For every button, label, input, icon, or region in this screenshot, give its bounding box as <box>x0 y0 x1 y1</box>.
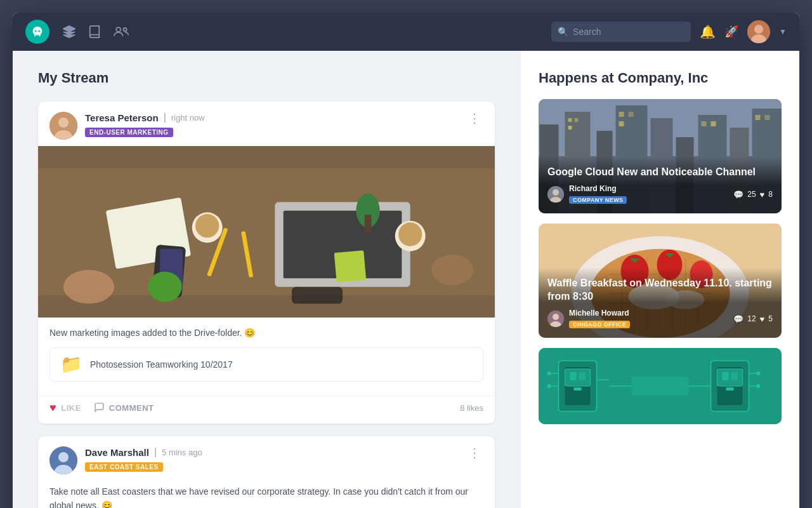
post-more-button-2[interactable]: ⋮ <box>466 446 483 459</box>
comment-button[interactable]: COMMENT <box>94 402 154 415</box>
svg-rect-52 <box>629 112 634 117</box>
feed-section: My Stream Teresa Peterson | <box>13 51 520 508</box>
post-author-avatar-2 <box>49 446 77 474</box>
logo-button[interactable] <box>25 20 49 44</box>
news-like-count-2: 5 <box>768 314 773 323</box>
comment-stat-icon: 💬 <box>733 190 743 199</box>
right-panel: Happens at Company, Inc <box>520 51 799 508</box>
news-headline-2: Waffle Breakfast on Wednesday 11.10. sta… <box>547 276 773 304</box>
svg-point-12 <box>58 117 69 128</box>
post-image <box>38 146 495 318</box>
news-overlay-2: Waffle Breakfast on Wednesday 11.10. sta… <box>539 267 782 338</box>
news-image-green <box>539 348 782 424</box>
svg-rect-54 <box>702 121 707 126</box>
post-timestamp: right now <box>171 113 205 123</box>
svg-point-59 <box>553 189 559 196</box>
svg-point-27 <box>63 270 114 304</box>
svg-rect-99 <box>726 387 734 391</box>
user-avatar-nav[interactable] <box>747 20 770 43</box>
heart-stat-icon-2: ♥ <box>760 314 765 324</box>
svg-point-1 <box>38 30 40 32</box>
svg-rect-31 <box>334 250 367 283</box>
news-author-row-1: Richard King COMPANY NEWS 💬 25 ♥ 8 <box>547 184 773 204</box>
post-folder[interactable]: 📁 Photosession Teamworking 10/2017 <box>49 347 483 382</box>
folder-icon: 📁 <box>60 356 82 373</box>
heart-icon: ♥ <box>49 401 56 415</box>
svg-rect-57 <box>765 115 770 120</box>
svg-rect-53 <box>619 121 624 126</box>
comment-label: COMMENT <box>109 403 154 413</box>
nav-right: 🔍 🔔 🚀 ▼ <box>551 20 787 43</box>
heart-stat-icon: ♥ <box>760 190 765 199</box>
post-timestamp-2: 5 mins ago <box>162 448 202 457</box>
post-more-button[interactable]: ⋮ <box>466 112 483 124</box>
svg-rect-98 <box>717 369 743 386</box>
people-icon[interactable] <box>113 25 129 39</box>
svg-point-35 <box>58 452 69 462</box>
svg-rect-87 <box>574 387 582 391</box>
news-stats-1: 💬 25 ♥ 8 <box>733 190 773 199</box>
svg-point-92 <box>547 384 551 388</box>
svg-rect-48 <box>568 118 572 122</box>
svg-point-7 <box>123 28 126 31</box>
news-comment-count-1: 25 <box>747 190 756 199</box>
news-author-info-2: Michelle Howard CHIGAGO OFFICE <box>569 309 728 329</box>
svg-rect-50 <box>568 126 572 130</box>
post-meta-2: Dave Marshall | 5 mins ago EAST COAST SA… <box>85 446 458 472</box>
comment-stat-icon-2: 💬 <box>733 314 743 324</box>
svg-rect-86 <box>565 369 591 386</box>
svg-rect-56 <box>756 115 761 120</box>
news-author-tag-1: COMPANY NEWS <box>569 196 627 204</box>
svg-point-20 <box>195 214 219 237</box>
news-author-info-1: Richard King COMPANY NEWS <box>569 184 728 204</box>
news-card-3[interactable] <box>539 348 782 424</box>
news-like-count-1: 8 <box>768 190 773 199</box>
svg-rect-93 <box>632 377 689 396</box>
post-author-name: Teresa Peterson <box>85 112 159 123</box>
news-author-avatar-2 <box>547 311 564 327</box>
like-label: LIKE <box>61 403 81 413</box>
news-author-name-2: Michelle Howard <box>569 309 728 318</box>
svg-rect-105 <box>579 372 586 380</box>
post-header: Teresa Peterson | right now END-USER MAR… <box>38 102 495 146</box>
main-content: My Stream Teresa Peterson | <box>13 51 799 508</box>
search-wrap: 🔍 <box>551 22 691 42</box>
svg-point-28 <box>431 255 474 285</box>
post-author-row: Teresa Peterson | right now <box>85 112 458 123</box>
svg-point-29 <box>148 272 181 302</box>
rocket-icon[interactable]: 🚀 <box>724 25 738 39</box>
news-comment-count-2: 12 <box>747 314 756 323</box>
like-button[interactable]: ♥ LIKE <box>49 401 81 415</box>
news-stats-2: 💬 12 ♥ 5 <box>733 314 773 324</box>
nav-chevron-icon[interactable]: ▼ <box>779 27 787 36</box>
folder-name: Photosession Teamworking 10/2017 <box>90 359 233 370</box>
post-body: New marketing images added to the Drive-… <box>38 318 495 396</box>
svg-point-91 <box>547 371 551 375</box>
news-author-avatar-1 <box>547 186 564 203</box>
post-author-row-2: Dave Marshall | 5 mins ago <box>85 446 458 458</box>
news-headline-1: Google Cloud New and Noticeable Channel <box>547 165 773 179</box>
notification-icon[interactable]: 🔔 <box>700 24 716 39</box>
news-author-tag-2: CHIGAGO OFFICE <box>569 321 630 328</box>
search-input[interactable] <box>551 22 691 42</box>
news-overlay-1: Google Cloud New and Noticeable Channel … <box>539 156 782 213</box>
post-caption: New marketing images added to the Drive-… <box>49 326 483 340</box>
svg-rect-51 <box>619 112 624 117</box>
layers-icon[interactable] <box>62 25 76 39</box>
news-author-row-2: Michelle Howard CHIGAGO OFFICE 💬 12 ♥ 5 <box>547 309 773 329</box>
svg-point-22 <box>398 222 422 246</box>
svg-point-6 <box>116 27 121 32</box>
post-header-2: Dave Marshall | 5 mins ago EAST COAST SA… <box>38 436 495 481</box>
book-icon[interactable] <box>88 25 102 39</box>
app-window: 🔍 🔔 🚀 ▼ My Stream <box>13 13 799 508</box>
comment-icon <box>94 402 105 415</box>
news-card-2[interactable]: Waffle Breakfast on Wednesday 11.10. sta… <box>539 224 782 338</box>
svg-rect-24 <box>365 215 372 232</box>
svg-rect-107 <box>731 372 738 380</box>
post-meta: Teresa Peterson | right now END-USER MAR… <box>85 112 458 137</box>
svg-point-103 <box>757 384 761 388</box>
post-tag[interactable]: END-USER MARKETING <box>85 128 173 137</box>
news-author-name-1: Richard King <box>569 184 728 193</box>
post-tag-2[interactable]: EAST COAST SALES <box>85 462 163 472</box>
news-card-1[interactable]: Google Cloud New and Noticeable Channel … <box>539 99 782 213</box>
